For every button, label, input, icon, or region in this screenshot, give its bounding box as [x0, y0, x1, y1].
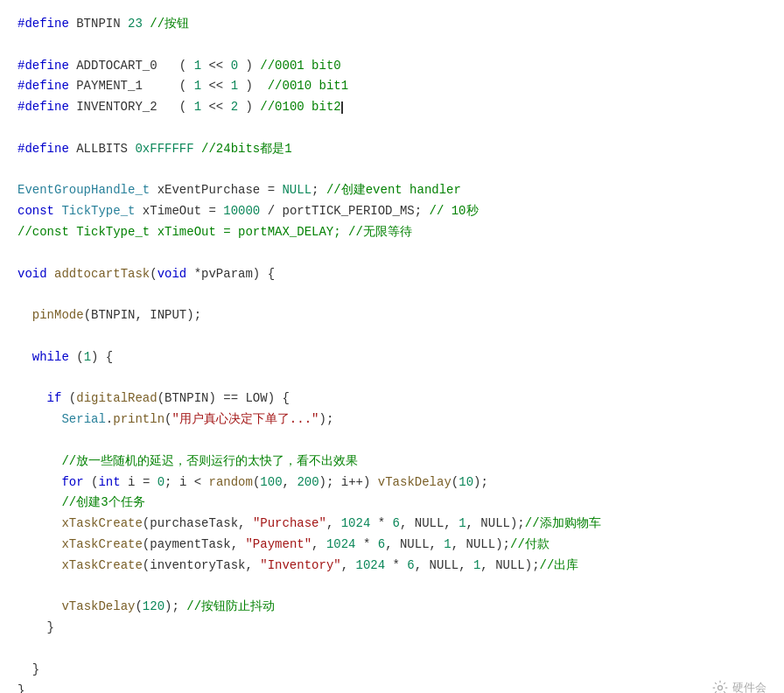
code-editor: #define BTNPIN 23 //按钮 #define ADDTOCART…: [0, 0, 784, 693]
code-line-22: //放一些随机的延迟，否则运行的太快了，看不出效果: [18, 452, 766, 472]
watermark-icon: [711, 679, 729, 693]
code-line-11: //const TickType_t xTimeOut = portMAX_DE…: [18, 222, 766, 243]
code-line-5: #define INVENTORY_2 ( 1 << 2 ) //0100 bi…: [18, 97, 766, 118]
code-line-32: }: [18, 660, 766, 681]
code-line-17: while (1) {: [18, 347, 766, 368]
code-line-25: xTaskCreate(purchaseTask, "Purchase", 10…: [18, 514, 766, 535]
code-line-15: pinMode(BTNPIN, INPUT);: [18, 305, 766, 326]
code-line-1: #define BTNPIN 23 //按钮: [18, 14, 766, 35]
svg-point-0: [718, 686, 723, 690]
watermark: 硬件会: [711, 678, 766, 693]
code-line-9: EventGroupHandle_t xEventPurchase = NULL…: [18, 180, 766, 201]
code-line-20: Serial.println("用户真心决定下单了...");: [18, 410, 766, 430]
code-line-10: const TickType_t xTimeOut = 10000 / port…: [18, 201, 766, 222]
code-line-26: xTaskCreate(paymentTask, "Payment", 1024…: [18, 535, 766, 556]
code-line-3: #define ADDTOCART_0 ( 1 << 0 ) //0001 bi…: [18, 56, 766, 77]
code-line-30: }: [18, 618, 766, 639]
code-line-4: #define PAYMENT_1 ( 1 << 1 ) //0010 bit1: [18, 76, 766, 97]
code-line-24: //创建3个任务: [18, 493, 766, 514]
code-line-7: #define ALLBITS 0xFFFFFF //24bits都是1: [18, 139, 766, 160]
code-line-29: vTaskDelay(120); //按钮防止抖动: [18, 597, 766, 618]
code-line-13: void addtocartTask(void *pvParam) {: [18, 264, 766, 285]
code-line-19: if (digitalRead(BTNPIN) == LOW) {: [18, 388, 766, 410]
code-line-27: xTaskCreate(inventoryTask, "Inventory", …: [18, 556, 766, 577]
code-line-33: }: [18, 681, 766, 694]
code-line-23: for (int i = 0; i < random(100, 200); i+…: [18, 472, 766, 494]
watermark-text: 硬件会: [732, 678, 766, 693]
